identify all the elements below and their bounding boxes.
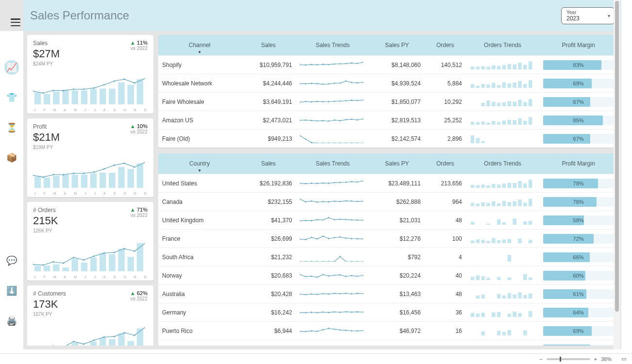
table-row[interactable]: Wholesale Network $4,244,446 $4,939,524 … xyxy=(158,74,617,93)
table-header[interactable]: Profit Margin xyxy=(539,153,617,174)
kpi-card[interactable]: Profit $21M $19M PY ▲ 10% vs 2022 JFMAMJ… xyxy=(27,118,153,197)
svg-rect-190 xyxy=(523,121,527,125)
svg-point-393 xyxy=(351,312,352,313)
row-sales-py: $13,463 xyxy=(369,285,425,303)
table-header[interactable]: Sales Trends xyxy=(296,35,369,56)
svg-point-413 xyxy=(328,328,329,329)
svg-point-122 xyxy=(311,83,312,84)
svg-rect-349 xyxy=(476,275,480,280)
table-row[interactable]: Norway $20,683 $20,224 40 60% xyxy=(158,266,617,285)
svg-point-249 xyxy=(351,200,352,202)
svg-point-243 xyxy=(316,201,318,203)
table-row[interactable]: Switzerland $6,342 $510 12 67% xyxy=(158,340,617,346)
table-row[interactable]: United Kingdom $41,370 $21,031 48 58% xyxy=(158,211,617,230)
orders-trend-spark xyxy=(466,211,539,230)
table-row[interactable]: Germany $16,242 $16,456 36 64% xyxy=(158,303,617,322)
svg-rect-396 xyxy=(470,313,474,317)
svg-rect-163 xyxy=(507,101,511,106)
fit-page-icon[interactable]: ▭ xyxy=(621,356,626,362)
table-header[interactable]: Orders Trends xyxy=(466,35,539,56)
nav-download-icon[interactable]: ⬇️ xyxy=(4,283,19,298)
nav-sales-icon[interactable]: 📈 xyxy=(4,60,19,75)
table-header[interactable]: Channel▼ xyxy=(158,35,241,56)
svg-rect-50 xyxy=(53,265,59,271)
kpi-card[interactable]: # Customers 173K 107K PY ▲ 62% vs 2022 J… xyxy=(27,285,153,346)
table-header[interactable]: Country▼ xyxy=(158,153,241,174)
table-header[interactable]: Sales xyxy=(241,35,296,56)
orders-trend-spark xyxy=(466,111,539,130)
zoom-slider[interactable] xyxy=(547,358,590,360)
svg-rect-257 xyxy=(497,203,501,206)
sort-desc-icon: ▼ xyxy=(198,50,201,54)
table-row[interactable]: Shopify $10,959,791 $8,148,060 140,512 8… xyxy=(158,56,617,74)
svg-point-146 xyxy=(311,101,312,102)
kpi-card[interactable]: # Orders 215K 126K PY ▲ 71% vs 2022 JFMA… xyxy=(27,202,153,281)
table-header[interactable]: Sales xyxy=(241,153,296,174)
svg-point-248 xyxy=(345,200,347,202)
svg-rect-58 xyxy=(128,257,134,271)
svg-point-70 xyxy=(133,250,135,252)
svg-rect-114 xyxy=(502,65,506,69)
svg-rect-303 xyxy=(486,241,490,243)
table-row[interactable]: Puerto Rico $6,944 $46,972 16 69% xyxy=(158,322,617,340)
row-sales: $6,944 xyxy=(241,322,296,340)
channel-table-card: Channel▼SalesSales TrendsSales PYOrdersO… xyxy=(158,35,617,148)
kpi-card[interactable]: Sales $27M $24M PY ▲ 11% vs 2022 JFMAMJJ… xyxy=(27,35,153,114)
svg-point-271 xyxy=(339,219,341,220)
svg-rect-309 xyxy=(518,238,522,243)
nav-apparel-icon[interactable]: 👕 xyxy=(4,90,19,105)
zoom-out-button[interactable]: − xyxy=(539,356,542,362)
svg-point-197 xyxy=(328,143,329,143)
hamburger-menu[interactable] xyxy=(11,18,20,26)
row-name: Wholesale Network xyxy=(158,74,241,93)
zoom-in-button[interactable]: + xyxy=(594,356,597,362)
svg-point-366 xyxy=(333,293,335,294)
scrollbar[interactable] xyxy=(614,0,620,349)
nav-pending-icon[interactable]: ⏳ xyxy=(4,120,19,135)
svg-rect-8 xyxy=(109,89,115,104)
nav-print-icon[interactable]: 🖨️ xyxy=(4,314,19,328)
svg-rect-133 xyxy=(476,86,480,88)
table-row[interactable]: Faire (Old) $949,213 $2,142,574 2,896 67… xyxy=(158,130,617,148)
profit-margin-bar: 67% xyxy=(539,93,617,111)
svg-point-174 xyxy=(333,119,335,121)
svg-rect-111 xyxy=(486,66,490,69)
table-header[interactable]: Sales PY xyxy=(369,153,425,174)
kpi-title: # Customers xyxy=(33,290,66,297)
table-header[interactable]: Orders xyxy=(425,35,466,56)
table-row[interactable]: Australia $20,428 $13,463 48 61% xyxy=(158,285,617,303)
svg-rect-141 xyxy=(518,81,522,88)
table-row[interactable]: Faire Wholesale $3,649,191 $1,850,077 10… xyxy=(158,93,617,111)
table-row[interactable]: United States $26,192,836 $23,489,111 21… xyxy=(158,174,617,193)
row-sales-py: $2,819,513 xyxy=(369,111,425,130)
svg-point-97 xyxy=(305,64,306,66)
svg-point-40 xyxy=(73,173,74,174)
year-filter-label: Year xyxy=(566,10,609,15)
table-row[interactable]: Amazon US $2,473,021 $2,819,513 25,252 8… xyxy=(158,111,617,130)
table-header[interactable]: Sales PY xyxy=(369,35,425,56)
nav-shipping-icon[interactable]: 📦 xyxy=(4,150,19,165)
nav-reply-icon[interactable]: 💬 xyxy=(4,253,19,268)
table-header[interactable]: Orders xyxy=(425,153,466,174)
svg-point-100 xyxy=(322,64,324,65)
svg-point-45 xyxy=(124,163,125,164)
year-filter[interactable]: Year 2023 ▾ xyxy=(561,7,615,24)
svg-point-270 xyxy=(333,219,335,220)
svg-point-227 xyxy=(362,180,363,182)
svg-point-150 xyxy=(333,100,335,102)
svg-point-175 xyxy=(339,120,341,121)
table-header[interactable]: Profit Margin xyxy=(539,35,617,56)
table-header[interactable]: Sales Trends xyxy=(296,153,369,174)
table-row[interactable]: Canada $232,155 $262,888 964 76% xyxy=(158,193,617,211)
svg-point-69 xyxy=(124,248,125,249)
table-row[interactable]: France $26,699 $12,276 100 72% xyxy=(158,230,617,248)
table-row[interactable]: South Africa $21,232 $792 4 66% xyxy=(158,248,617,266)
table-header[interactable]: Orders Trends xyxy=(466,153,539,174)
svg-rect-183 xyxy=(486,123,490,125)
svg-rect-79 xyxy=(100,338,106,346)
svg-point-126 xyxy=(333,83,335,84)
row-name: Canada xyxy=(158,193,241,211)
svg-point-391 xyxy=(339,312,341,313)
svg-point-415 xyxy=(339,330,341,331)
profit-margin-bar: 69% xyxy=(539,322,617,340)
